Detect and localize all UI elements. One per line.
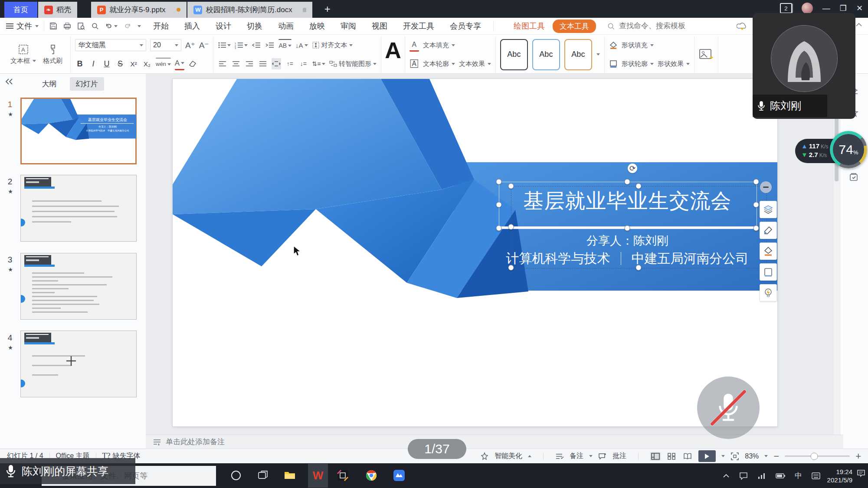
zoom-slider-knob[interactable] (810, 452, 818, 460)
increase-indent-icon[interactable] (265, 39, 275, 51)
battery-icon[interactable] (776, 473, 785, 478)
resize-handle[interactable] (753, 202, 759, 208)
tab-doc-document[interactable]: W 校园招聘-陈刘刚简历.docx (187, 2, 312, 18)
bold-button[interactable]: B (75, 58, 85, 69)
resize-handle[interactable] (496, 179, 502, 185)
normal-view-button[interactable] (650, 452, 661, 461)
text-effects-button[interactable]: 文本效果 (459, 60, 491, 68)
align-text-button[interactable]: 对齐文本 (312, 39, 353, 51)
menu-item-text-tools[interactable]: 文本工具 (553, 20, 596, 33)
command-search-input[interactable] (618, 21, 711, 31)
menu-item-animation[interactable]: 动画 (277, 20, 295, 32)
chrome-icon[interactable] (364, 468, 378, 482)
zoom-out-button[interactable]: − (773, 451, 779, 462)
font-color-button[interactable]: A (175, 58, 184, 70)
resize-handle[interactable] (636, 265, 642, 271)
undo-button[interactable] (105, 22, 118, 30)
slideshow-play-button[interactable] (698, 450, 716, 462)
comments-button[interactable]: 批注 (613, 452, 626, 461)
menu-item-home[interactable]: 开始 (152, 20, 170, 32)
tray-chevron-icon[interactable] (723, 474, 730, 478)
resize-handle[interactable] (625, 226, 630, 231)
decrease-spacing-icon[interactable]: ↓= (298, 58, 308, 69)
font-size-select[interactable]: 20 (150, 39, 181, 51)
selection-box-subtitle[interactable] (511, 186, 767, 269)
reading-view-button[interactable] (682, 452, 693, 461)
menu-item-draw-tools[interactable]: 绘图工具 (514, 21, 545, 31)
superscript-button[interactable]: X² (129, 58, 138, 69)
line-spacing-button[interactable]: ⇅≡ (312, 58, 325, 69)
eraser-icon[interactable] (188, 59, 197, 68)
menu-item-insert[interactable]: 插入 (183, 20, 201, 32)
resize-handle[interactable] (496, 226, 502, 231)
tab-home[interactable]: 首页 (4, 2, 37, 18)
frame-tool-button[interactable] (760, 263, 777, 281)
file-menu[interactable]: 文件 (6, 21, 39, 31)
font-name-select[interactable]: 华文细黑 (75, 39, 146, 51)
wps-taskbar-icon[interactable]: W (308, 464, 328, 488)
cloud-sync-icon[interactable] (737, 21, 748, 30)
new-tab-button[interactable]: + (321, 3, 334, 18)
vertical-scrollbar[interactable] (833, 74, 840, 449)
tips-button[interactable] (760, 284, 777, 301)
cortana-icon[interactable] (229, 468, 243, 482)
wordart-style-black[interactable]: A (385, 38, 401, 62)
align-center-icon[interactable] (231, 58, 241, 69)
slide-sorter-view-button[interactable] (666, 452, 677, 461)
zoom-level[interactable]: 83% (745, 452, 759, 460)
resize-handle[interactable] (496, 202, 502, 208)
underline-button[interactable]: U (102, 58, 111, 69)
deco-polygon[interactable] (173, 209, 316, 266)
menu-item-view[interactable]: 视图 (371, 20, 388, 32)
fit-slide-icon[interactable] (730, 452, 739, 461)
close-button[interactable]: ✕ (856, 4, 863, 12)
distribute-icon[interactable] (272, 58, 281, 69)
redo-icon[interactable] (124, 22, 131, 30)
shape-effects-button[interactable]: 形状效果 (658, 60, 690, 68)
beautify-button[interactable]: 智能美化 (495, 452, 522, 461)
tab-slides[interactable]: 幻灯片 (70, 77, 104, 91)
minimize-button[interactable]: — (822, 4, 830, 12)
pinyin-guide-button[interactable]: wén (156, 58, 171, 70)
slide-thumbnail-1[interactable]: 基层就业毕业生交流会 分享人：陈刘刚 计算机科学与技术 中建五局河南分公司 (20, 98, 137, 164)
numbered-list-button[interactable]: 123 (235, 39, 248, 51)
text-outline-button[interactable]: 文本轮廓 (423, 60, 455, 68)
ide-icon[interactable] (336, 468, 350, 482)
shape-fill-button[interactable]: 形状填充 (622, 41, 654, 49)
resize-handle[interactable] (508, 224, 514, 230)
rotate-handle[interactable]: ⟳ (628, 164, 637, 173)
message-icon[interactable] (739, 472, 748, 480)
find-icon[interactable] (91, 22, 99, 30)
network-icon[interactable] (757, 472, 766, 479)
touch-keyboard-icon[interactable] (812, 472, 820, 479)
shape-style-blue[interactable]: Abc (532, 39, 560, 70)
shape-style-more-icon[interactable] (596, 53, 600, 56)
slide-thumbnail-3[interactable] (20, 253, 137, 320)
to-smartart-button[interactable]: 转智能图形 (329, 58, 377, 69)
quickbar-collapse-icon[interactable] (138, 25, 141, 27)
increase-spacing-icon[interactable]: ↑= (285, 58, 295, 69)
menu-item-design[interactable]: 设计 (215, 20, 232, 32)
tab-ppt-document[interactable]: P 就业分享5-9.pptx (91, 2, 187, 18)
resize-handle[interactable] (753, 179, 759, 185)
webcam-overlay[interactable]: 陈刘刚 (753, 13, 855, 119)
slide-thumbnail-4[interactable] (20, 331, 137, 397)
tab-outline[interactable]: 大纲 (42, 79, 57, 89)
chevron-up-icon[interactable] (855, 23, 862, 27)
decrease-indent-icon[interactable] (252, 39, 261, 51)
restore-button[interactable]: ❐ (840, 4, 847, 12)
zoom-in-button[interactable]: + (855, 451, 861, 462)
play-options-icon[interactable] (721, 455, 725, 457)
menu-item-membership[interactable]: 会员专享 (449, 20, 482, 32)
text-fill-button[interactable]: 文本填充 (423, 41, 455, 49)
account-avatar[interactable] (802, 3, 813, 14)
italic-button[interactable]: I (88, 58, 98, 69)
menu-item-slideshow[interactable]: 放映 (308, 20, 326, 32)
action-center-icon[interactable] (857, 469, 865, 477)
file-explorer-icon[interactable] (283, 468, 297, 482)
increase-font-icon[interactable]: A⁺ (185, 39, 195, 51)
decrease-font-icon[interactable]: A⁻ (199, 39, 209, 51)
zoom-slider[interactable] (785, 455, 850, 457)
resize-handle[interactable] (508, 265, 514, 271)
align-left-icon[interactable] (218, 58, 227, 69)
